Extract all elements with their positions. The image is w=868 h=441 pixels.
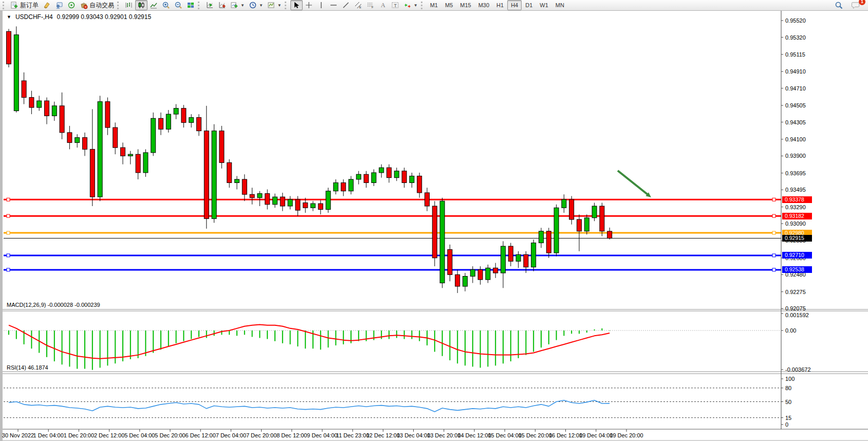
chart-collapse-icon[interactable]: ▼ [7, 14, 11, 20]
text-tool-button[interactable]: A [377, 0, 389, 10]
time-axis-label: 11 Dec 23:00 [336, 432, 370, 438]
new-chart-icon [230, 1, 238, 9]
candle-down [546, 231, 551, 253]
vline-tool-button[interactable] [315, 0, 327, 10]
hline-handle[interactable] [7, 198, 10, 201]
group-handle [421, 2, 425, 9]
search-button[interactable] [833, 0, 845, 10]
new-chart-button[interactable]: ▼ [228, 0, 247, 10]
timeframe-M5[interactable]: M5 [441, 0, 456, 10]
tile-windows-icon [187, 1, 195, 9]
arrows-menu-button[interactable]: ▼ [401, 0, 420, 10]
candle-down [425, 193, 430, 206]
line-chart-icon [150, 1, 158, 9]
hline-handle[interactable] [7, 214, 10, 217]
candle-down [83, 138, 87, 150]
candle-up [151, 118, 156, 153]
zoom-in-button[interactable] [160, 0, 172, 10]
zoom-out-icon [174, 1, 182, 9]
metaeditor-button[interactable] [41, 0, 53, 10]
text-label-tool-button[interactable]: T [389, 0, 401, 10]
text-A-icon: A [379, 1, 387, 9]
candle-up [37, 101, 42, 107]
search-icon [835, 1, 843, 10]
candle-down [402, 171, 407, 183]
timeframe-M30[interactable]: M30 [475, 0, 493, 10]
equidistant-channel-icon: E [354, 1, 362, 9]
candle-up [257, 194, 262, 198]
templates-button[interactable]: ▼ [265, 0, 284, 10]
time-axis-label: 9 Dec 04:00 [307, 432, 337, 438]
candle-up [334, 182, 338, 191]
timeframe-MN[interactable]: MN [552, 0, 568, 10]
timeframe-H1[interactable]: H1 [493, 0, 507, 10]
add-indicator-button[interactable] [216, 0, 228, 10]
candle-up [14, 35, 19, 111]
hline-handle[interactable] [7, 268, 10, 271]
chart-period-button[interactable]: ▼ [247, 0, 265, 10]
chart-ohlc-values: 0.92999 0.93043 0.92901 0.92915 [57, 13, 152, 21]
time-axis-label: 15 Dec 04:00 [488, 432, 521, 438]
crosshair-tool-button[interactable] [303, 0, 315, 10]
chart-line-button[interactable] [147, 0, 160, 10]
macd-axis-label: -0.003672 [785, 366, 811, 373]
tile-windows-button[interactable] [184, 0, 197, 10]
main-toolbar: 新订单 自动交易 [0, 0, 868, 11]
chart-candles-button[interactable] [135, 0, 147, 10]
time-axis-label: 19 Dec 04:00 [579, 432, 613, 438]
timeframe-M1[interactable]: M1 [427, 0, 441, 10]
hline-handle[interactable] [772, 231, 775, 234]
community-button[interactable] [53, 0, 65, 10]
channel-tool-button[interactable]: E [352, 0, 364, 10]
price-axis-label: 0.93090 [785, 220, 806, 227]
hline-handle[interactable] [772, 254, 775, 257]
new-order-button[interactable]: 新订单 [8, 0, 41, 10]
z oom-out-button[interactable] [172, 0, 184, 10]
trendline-tool-button[interactable] [340, 0, 352, 10]
timeframe-W1[interactable]: W1 [536, 0, 552, 10]
candle-up [486, 268, 490, 280]
candle-up [501, 246, 506, 273]
horizontal-line-icon [329, 1, 338, 9]
template-icon [267, 1, 275, 9]
notifications-button[interactable]: 1 [849, 0, 863, 10]
time-axis-label: 7 Dec 04:00 [216, 432, 246, 438]
cursor-tool-button[interactable] [290, 0, 303, 10]
autotrading-button[interactable]: 自动交易 [78, 0, 116, 10]
candle-down [455, 274, 460, 286]
candle-up [212, 131, 216, 219]
rsi-axis-label: 50 [785, 399, 791, 405]
shape-arrows-icon [403, 1, 412, 9]
candle-up [372, 173, 376, 183]
price-axis-label: 0.93290 [785, 204, 806, 210]
candle-up [584, 218, 589, 231]
rsi-axis-label: 15 [785, 415, 791, 421]
time-axis-label: 5 Dec 04:00 [124, 432, 155, 438]
hline-tool-button[interactable] [327, 0, 340, 10]
signals-button[interactable] [65, 0, 78, 10]
hline-handle[interactable] [772, 214, 775, 217]
group-handle [198, 2, 202, 9]
indicators-button[interactable] [204, 0, 216, 10]
candle-down [303, 203, 308, 208]
chart-period-caret: ▼ [259, 3, 263, 8]
hline-handle[interactable] [7, 254, 10, 257]
timeframe-M15[interactable]: M15 [456, 0, 474, 10]
price-chart-canvas[interactable] [3, 11, 868, 441]
templates-caret: ▼ [278, 3, 282, 8]
time-axis-label: 7 Dec 20:00 [246, 432, 276, 438]
annotation-arrow-shaft[interactable] [618, 171, 648, 195]
timeframe-D1[interactable]: D1 [522, 0, 536, 10]
fibonacci-tool-button[interactable]: F [364, 0, 377, 10]
candle-up [166, 114, 171, 129]
group-handle [117, 2, 121, 9]
timeframe-H4[interactable]: H4 [507, 0, 522, 10]
chart-bars-button[interactable] [123, 0, 135, 10]
hline-handle[interactable] [7, 231, 10, 234]
candle-up [516, 254, 521, 261]
hline-handle[interactable] [772, 268, 775, 271]
notification-badge: 1 [859, 0, 865, 5]
price-axis-label: 0.95115 [785, 51, 805, 58]
candle-down [600, 206, 604, 231]
hline-handle[interactable] [772, 198, 775, 201]
